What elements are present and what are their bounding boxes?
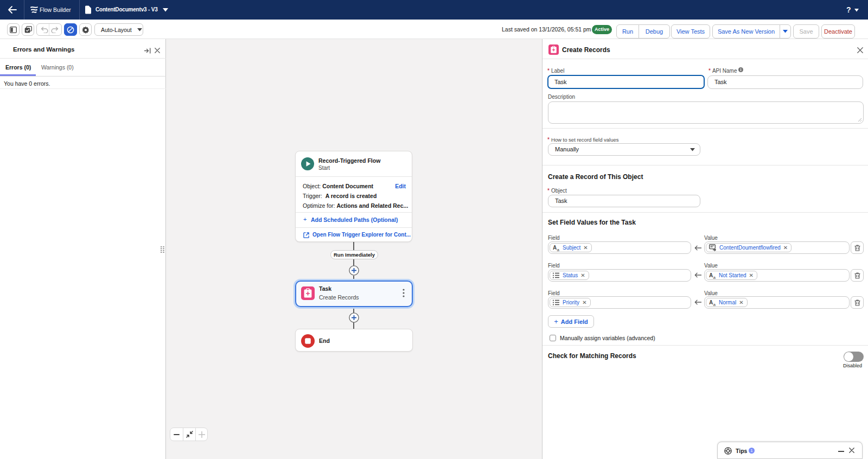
svg-text:a: a (713, 302, 716, 306)
svg-text:a: a (713, 275, 716, 279)
svg-text:A: A (553, 245, 557, 251)
svg-text:a: a (557, 247, 560, 251)
svg-text:A: A (709, 299, 713, 305)
svg-text:A: A (709, 272, 713, 278)
